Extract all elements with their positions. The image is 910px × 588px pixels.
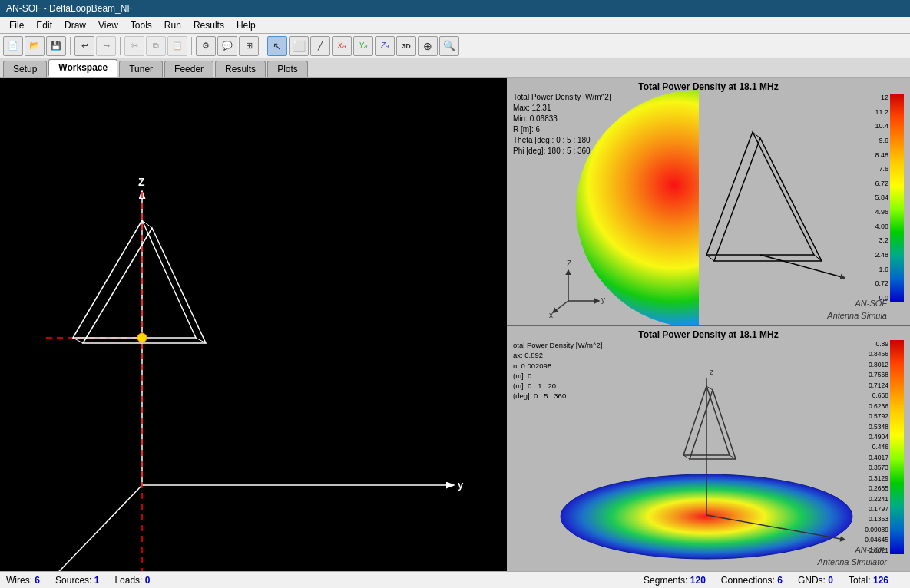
svg-text:x: x (549, 311, 553, 319)
plot-bottom-brand: AN-SOF Antenna Simulator (818, 544, 888, 568)
plot-top-scale-labels: 12 11.2 10.4 9.6 8.48 7.6 6.72 5.84 4.96… (875, 94, 888, 302)
3d-button[interactable]: 3D (396, 36, 416, 56)
new-button[interactable]: 📄 (3, 36, 23, 56)
tab-results[interactable]: Results (215, 61, 266, 77)
svg-line-19 (553, 301, 568, 312)
axis-x-button[interactable]: Xa (332, 36, 352, 56)
status-connections: Connections: 6 (721, 575, 783, 586)
open-button[interactable]: 📂 (25, 36, 45, 56)
line-button[interactable]: ╱ (310, 36, 330, 56)
select-button[interactable]: ↖ (267, 36, 287, 56)
plot-bottom-svg: z (545, 340, 868, 570)
svg-text:Z: Z (567, 259, 571, 268)
copy-button[interactable]: ⧉ (146, 36, 166, 56)
status-wires: Wires: 6 (6, 575, 40, 586)
plot-bottom-colorscale (890, 340, 904, 554)
menu-help[interactable]: Help (230, 18, 262, 32)
menu-file[interactable]: File (3, 18, 30, 32)
menu-results[interactable]: Results (187, 18, 230, 32)
titlebar: AN-SOF - DeltaLoopBeam_NF (0, 0, 910, 17)
plot-bottom-title: Total Power Density at 18.1 MHz (507, 326, 910, 342)
plot-top-brand: AN-SOF Antenna Simula (827, 298, 887, 322)
sep3 (191, 37, 192, 55)
sep4 (263, 37, 263, 55)
rect-button[interactable]: ⬜ (289, 36, 309, 56)
title-text: AN-SOF - DeltaLoopBeam_NF (6, 3, 133, 14)
svg-text:y: y (458, 479, 464, 491)
menubar: File Edit Draw View Tools Run Results He… (0, 17, 910, 34)
settings-button[interactable]: ⚙ (196, 36, 216, 56)
main-area: Z y x Total Power Density at 18.1 MHz To… (0, 78, 910, 571)
sep1 (70, 37, 71, 55)
table-button[interactable]: ⊞ (239, 36, 259, 56)
svg-marker-34 (690, 390, 736, 459)
sep2 (120, 37, 121, 55)
plot-top-svg: Z y x (545, 86, 868, 325)
svg-text:z: z (710, 368, 713, 376)
menu-tools[interactable]: Tools (124, 18, 158, 32)
plot-top-colorscale (890, 94, 904, 302)
undo-button[interactable]: ↩ (74, 36, 94, 56)
tabbar: Setup Workspace Tuner Feeder Results Plo… (0, 58, 910, 78)
zoom-button[interactable]: 🔍 (439, 36, 459, 56)
axis-y-button[interactable]: Ya (353, 36, 373, 56)
comment-button[interactable]: 💬 (217, 36, 237, 56)
statusbar: Wires: 6 Sources: 1 Loads: 0 Segments: 1… (0, 571, 910, 588)
redo-button[interactable]: ↪ (96, 36, 116, 56)
plot-top: Total Power Density at 18.1 MHz Total Po… (507, 78, 910, 325)
svg-text:y: y (601, 296, 605, 304)
status-sources: Sources: 1 (55, 575, 99, 586)
svg-rect-0 (0, 78, 507, 571)
right-panel: Total Power Density at 18.1 MHz Total Po… (507, 78, 910, 571)
plot-bottom: Total Power Density at 18.1 MHz otal Pow… (507, 325, 910, 571)
svg-text:Z: Z (138, 176, 145, 188)
svg-point-11 (137, 333, 147, 342)
status-segments: Segments: 120 (644, 575, 706, 586)
save-button[interactable]: 💾 (46, 36, 66, 56)
tab-plots[interactable]: Plots (267, 61, 308, 77)
menu-view[interactable]: View (92, 18, 124, 32)
plot-bottom-scale-labels: 0.89 0.8456 0.8012 0.7568 0.7124 0.668 0… (865, 340, 888, 554)
tab-feeder[interactable]: Feeder (164, 61, 213, 77)
paste-button[interactable]: 📋 (167, 36, 187, 56)
menu-edit[interactable]: Edit (30, 18, 58, 32)
menu-draw[interactable]: Draw (58, 18, 92, 32)
workspace-3d-view[interactable]: Z y x (0, 78, 507, 571)
toolbar: 📄 📂 💾 ↩ ↪ ✂ ⧉ 📋 ⚙ 💬 ⊞ ↖ ⬜ ╱ Xa Ya Za 3D … (0, 34, 910, 58)
tab-tuner[interactable]: Tuner (119, 61, 163, 77)
menu-run[interactable]: Run (158, 18, 187, 32)
status-total: Total: 126 (849, 575, 888, 586)
axis-z-button[interactable]: Za (375, 36, 395, 56)
plot-top-title: Total Power Density at 18.1 MHz (507, 78, 910, 94)
status-loads: Loads: 0 (114, 575, 150, 586)
tab-setup[interactable]: Setup (3, 61, 47, 77)
zoom-fit-button[interactable]: ⊕ (418, 36, 438, 56)
cut-button[interactable]: ✂ (124, 36, 144, 56)
status-gnds: GNDs: 0 (798, 575, 833, 586)
tab-workspace[interactable]: Workspace (48, 59, 117, 77)
